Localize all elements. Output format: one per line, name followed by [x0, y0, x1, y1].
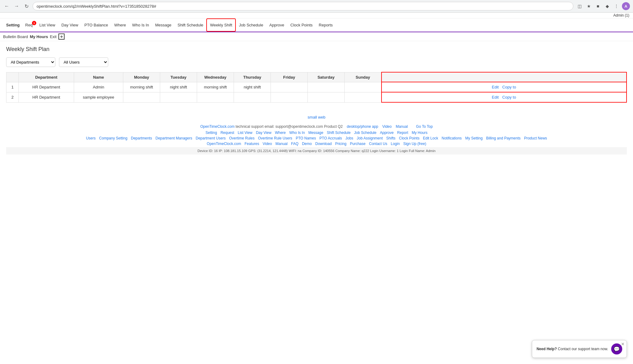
- row2-index: 2: [6, 92, 19, 102]
- refresh-button[interactable]: ↻: [23, 2, 30, 10]
- footer-who-is-in[interactable]: Who Is In: [289, 131, 305, 135]
- footer-report[interactable]: Report: [397, 131, 408, 135]
- nav-pto-balance[interactable]: PTO Balance: [81, 19, 111, 31]
- nav-list-view[interactable]: List View: [36, 19, 58, 31]
- footer-notifications[interactable]: Notifications: [441, 136, 461, 140]
- nav-job-schedule[interactable]: Job Schedule: [236, 19, 266, 31]
- admin-label: Admin (1): [0, 13, 633, 18]
- footer-list-view[interactable]: List View: [238, 131, 252, 135]
- row1-friday: [271, 82, 308, 92]
- screen-icon[interactable]: ◫: [576, 2, 583, 10]
- nav-request[interactable]: Req 1: [23, 19, 36, 31]
- row2-copyto-button[interactable]: Copy to: [502, 95, 516, 100]
- nav-weekly-shift[interactable]: Weekly Shift: [206, 18, 236, 32]
- footer-manual[interactable]: Manual: [275, 142, 287, 146]
- col-wednesday: Wednesday: [197, 72, 234, 82]
- footer-demo[interactable]: Demo: [302, 142, 312, 146]
- footer-jobs[interactable]: Jobs: [346, 136, 353, 140]
- go-to-top-link[interactable]: Go To Top: [416, 124, 433, 129]
- footer-login[interactable]: Login: [391, 142, 400, 146]
- manual-link-1[interactable]: Manual: [396, 124, 408, 129]
- nav-my-hours[interactable]: My Hours: [30, 34, 48, 39]
- star-icon[interactable]: ★: [585, 2, 592, 10]
- row2-wednesday: [197, 92, 234, 102]
- footer-departments[interactable]: Departments: [131, 136, 152, 140]
- row1-copyto-button[interactable]: Copy to: [502, 85, 516, 89]
- footer-contact[interactable]: Contact Us: [369, 142, 387, 146]
- footer-dept-users[interactable]: Department Users: [196, 136, 226, 140]
- footer-video[interactable]: Video: [263, 142, 272, 146]
- footer-otc-link[interactable]: OpenTimeClock.com: [207, 142, 241, 146]
- settings-icon[interactable]: ⋮: [613, 2, 620, 10]
- nav-shift-schedule[interactable]: Shift Schedule: [174, 19, 206, 31]
- filters: All Departments All Users: [6, 57, 627, 67]
- footer-small-web: small web: [6, 112, 627, 123]
- opentimeclock-link[interactable]: OpenTimeClock.com: [200, 124, 235, 129]
- nav-day-view[interactable]: Day View: [58, 19, 81, 31]
- nav-clock-points[interactable]: Clock Points: [287, 19, 316, 31]
- desktop-app-link[interactable]: desktop/phone app: [347, 124, 378, 129]
- footer-job-schedule[interactable]: Job Schedule: [354, 131, 377, 135]
- footer-company-setting[interactable]: Company Setting: [99, 136, 127, 140]
- table-header-row: Department Name Monday Tuesday Wednesday…: [6, 72, 627, 82]
- footer-day-view[interactable]: Day View: [256, 131, 271, 135]
- footer-job-assignment[interactable]: Job Assignment: [357, 136, 383, 140]
- footer-overtime-rule-users[interactable]: Overtime Rule Users: [258, 136, 292, 140]
- nav-setting[interactable]: Setting: [3, 19, 23, 31]
- nav-message[interactable]: Message: [152, 19, 175, 31]
- row1-edit-button[interactable]: Edit: [492, 85, 499, 89]
- footer-my-setting[interactable]: My Setting: [465, 136, 483, 140]
- nav-exit[interactable]: Exit: [50, 34, 57, 39]
- footer-shifts[interactable]: Shifts: [386, 136, 395, 140]
- nav-where[interactable]: Where: [111, 19, 129, 31]
- footer-links-row4: OpenTimeClock.com Features Video Manual …: [6, 142, 627, 146]
- forward-button[interactable]: →: [13, 2, 20, 10]
- footer-setting[interactable]: Setting: [205, 131, 217, 135]
- puzzle-icon[interactable]: ◆: [603, 2, 611, 10]
- row1-index: 1: [6, 82, 19, 92]
- row2-actions: Edit Copy to: [382, 92, 627, 102]
- footer-edit-lock[interactable]: Edit Lock: [423, 136, 438, 140]
- footer-signup[interactable]: Sign Up (free): [403, 142, 426, 146]
- row1-saturday: [308, 82, 345, 92]
- nav-reports[interactable]: Reports: [316, 19, 336, 31]
- row2-thursday: [234, 92, 271, 102]
- footer-message[interactable]: Message: [308, 131, 323, 135]
- col-name: Name: [74, 72, 123, 82]
- address-bar[interactable]: [33, 2, 573, 10]
- small-web-link[interactable]: small web: [308, 115, 326, 119]
- extension-icon[interactable]: ■: [594, 2, 602, 10]
- col-friday: Friday: [271, 72, 308, 82]
- footer-pricing[interactable]: Pricing: [335, 142, 346, 146]
- grid-icon[interactable]: ✥: [58, 33, 65, 40]
- footer-request[interactable]: Request: [220, 131, 234, 135]
- video-link-1[interactable]: Video: [382, 124, 391, 129]
- footer-purchase[interactable]: Purchase: [350, 142, 366, 146]
- footer-pto-names[interactable]: PTO Names: [296, 136, 316, 140]
- footer-where[interactable]: Where: [275, 131, 286, 135]
- footer-my-hours[interactable]: My Hours: [412, 131, 427, 135]
- footer-download[interactable]: Download: [315, 142, 331, 146]
- footer-overtime-rules[interactable]: Overtime Rules: [229, 136, 255, 140]
- nav-approve[interactable]: Approve: [266, 19, 287, 31]
- footer-dept-managers[interactable]: Department Managers: [156, 136, 192, 140]
- footer-pto-accruals[interactable]: PTO Accruals: [319, 136, 342, 140]
- footer-approve[interactable]: Approve: [380, 131, 394, 135]
- footer-clock-points[interactable]: Clock Points: [399, 136, 420, 140]
- back-button[interactable]: ←: [3, 2, 10, 10]
- footer-features[interactable]: Features: [245, 142, 259, 146]
- footer-billing[interactable]: Billing and Payments: [486, 136, 520, 140]
- footer-product-news[interactable]: Product News: [524, 136, 547, 140]
- col-saturday: Saturday: [308, 72, 345, 82]
- nav-bulletin-board[interactable]: Bulletin Board: [3, 34, 28, 39]
- profile-avatar[interactable]: A: [622, 2, 630, 10]
- support-text: technical support email: support@opentim…: [235, 124, 342, 129]
- col-thursday: Thursday: [234, 72, 271, 82]
- department-filter[interactable]: All Departments: [6, 57, 55, 67]
- row2-edit-button[interactable]: Edit: [492, 95, 499, 100]
- footer-users[interactable]: Users: [86, 136, 96, 140]
- nav-who-is-in[interactable]: Who Is In: [129, 19, 152, 31]
- user-filter[interactable]: All Users: [59, 57, 108, 67]
- footer-faq[interactable]: FAQ: [291, 142, 299, 146]
- footer-shift-schedule[interactable]: Shift Schedule: [327, 131, 350, 135]
